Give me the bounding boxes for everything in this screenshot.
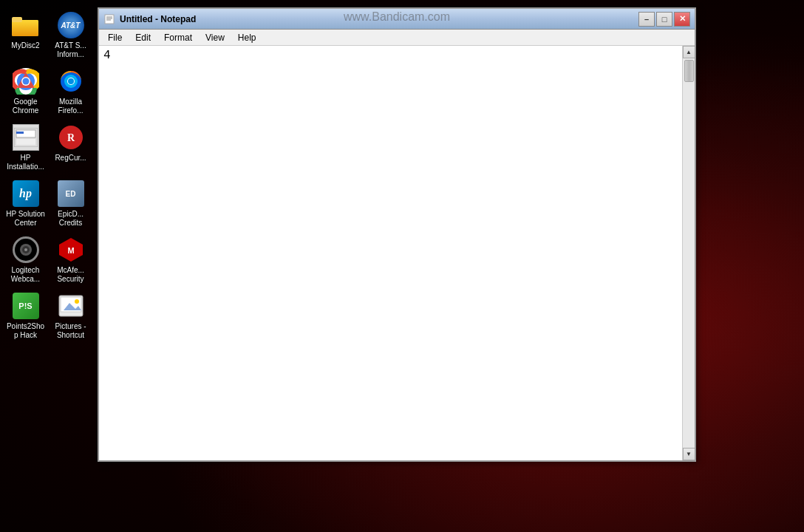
- desktop-icon-points2shop[interactable]: P!S Points2Shop Hack: [4, 288, 47, 343]
- notepad-window: Untitled - Notepad www.Bandicam.com – □ …: [98, 7, 696, 462]
- menu-help[interactable]: Help: [232, 31, 262, 44]
- scroll-down-button[interactable]: ▼: [683, 448, 695, 460]
- svg-rect-1: [12, 20, 38, 36]
- icon-label-att: AT&T S... Inform...: [50, 41, 91, 59]
- pictures-shortcut-icon: [56, 291, 86, 321]
- window-titlebar[interactable]: Untitled - Notepad www.Bandicam.com – □ …: [99, 9, 695, 30]
- menu-file[interactable]: File: [102, 31, 128, 44]
- desktop-icon-chrome[interactable]: Google Chrome: [4, 64, 47, 118]
- svg-rect-13: [16, 132, 24, 134]
- icon-label-mydisc2: MyDisc2: [11, 41, 39, 50]
- svg-text:R: R: [67, 132, 75, 143]
- menu-view[interactable]: View: [200, 31, 231, 44]
- regcure-icon: R: [56, 123, 86, 152]
- points2shop-icon: P!S: [11, 291, 41, 321]
- svg-rect-14: [16, 139, 35, 145]
- icon-label-chrome: Google Chrome: [5, 98, 46, 115]
- close-button[interactable]: ✕: [674, 12, 690, 27]
- logitech-webcam-icon: [11, 235, 41, 265]
- desktop-icon-hpsolution[interactable]: hp HP Solution Center: [4, 176, 47, 231]
- menu-edit[interactable]: Edit: [129, 31, 157, 44]
- desktop: MyDisc2 AT&T AT&T S... Inform...: [0, 0, 804, 532]
- desktop-icon-hpinstall[interactable]: HP Installatio...: [4, 120, 47, 174]
- icon-label-mcafee: McAfe... Security: [50, 266, 91, 284]
- svg-point-6: [22, 78, 29, 85]
- icons-row-6: P!S Points2Shop Hack Pictures - Shortcut: [4, 288, 92, 344]
- desktop-icon-att[interactable]: AT&T AT&T S... Inform...: [49, 7, 92, 62]
- chrome-icon: [11, 66, 41, 96]
- desktop-icon-regcure[interactable]: R RegCur...: [49, 120, 92, 174]
- notepad-text-editor[interactable]: 4: [99, 46, 682, 460]
- desktop-icon-firefox[interactable]: Mozilla Firefo...: [49, 64, 92, 118]
- notepad-content-area: 4 ▲ ▼: [99, 46, 695, 460]
- hpinstall-icon: [11, 123, 41, 152]
- firefox-icon: [56, 66, 86, 96]
- hp-solution-icon: hp: [11, 179, 41, 208]
- icon-label-logitech: Logitech Webca...: [5, 266, 46, 284]
- scroll-track[interactable]: [683, 58, 695, 448]
- svg-point-25: [75, 299, 79, 304]
- window-controls: – □ ✕: [638, 12, 690, 27]
- desktop-icon-mcafee[interactable]: M McAfe... Security: [49, 232, 92, 287]
- desktop-icon-logitech[interactable]: Logitech Webca...: [4, 232, 47, 287]
- mcafee-icon: M: [56, 235, 86, 265]
- icons-row-3: HP Installatio... R RegCur...: [4, 120, 92, 176]
- svg-rect-2: [12, 17, 22, 22]
- scroll-thumb[interactable]: [684, 60, 694, 82]
- icons-row-4: hp HP Solution Center ED EpicD... Credit…: [4, 176, 92, 232]
- folder-icon: [11, 10, 41, 40]
- icon-label-firefox: Mozilla Firefo...: [50, 98, 91, 115]
- svg-rect-26: [105, 15, 114, 24]
- icons-row-5: Logitech Webca... M McAfe... Security: [4, 232, 92, 288]
- desktop-icon-mydisc2[interactable]: MyDisc2: [4, 7, 47, 62]
- menu-format[interactable]: Format: [158, 31, 198, 44]
- icons-row-2: Google Chrome Mozilla Firefo...: [4, 64, 92, 120]
- notepad-app-icon: [103, 13, 115, 25]
- desktop-icon-epicduel[interactable]: ED EpicD... Credits: [49, 176, 92, 231]
- icon-label-hpinstall: HP Installatio...: [5, 154, 46, 171]
- icon-label-epicduel: EpicD... Credits: [50, 210, 91, 228]
- icon-label-hpsolution: HP Solution Center: [5, 210, 46, 228]
- window-title: Untitled - Notepad: [120, 14, 638, 24]
- minimize-button[interactable]: –: [638, 12, 655, 27]
- icon-label-pictures: Pictures - Shortcut: [50, 322, 91, 340]
- icons-row-1: MyDisc2 AT&T AT&T S... Inform...: [4, 7, 92, 64]
- desktop-icon-pictures[interactable]: Pictures - Shortcut: [49, 288, 92, 343]
- icon-label-regcure: RegCur...: [55, 154, 86, 163]
- vertical-scrollbar[interactable]: ▲ ▼: [682, 46, 695, 460]
- svg-point-19: [24, 248, 27, 251]
- scroll-up-button[interactable]: ▲: [683, 46, 695, 58]
- window-menubar: File Edit Format View Help: [99, 30, 695, 46]
- desktop-icons-area: MyDisc2 AT&T AT&T S... Inform...: [0, 0, 96, 532]
- att-service-icon: AT&T: [56, 10, 86, 40]
- maximize-button[interactable]: □: [656, 12, 672, 27]
- icon-label-points2shop: Points2Shop Hack: [5, 322, 46, 340]
- svg-text:M: M: [67, 246, 74, 255]
- epic-duel-icon: ED: [56, 179, 86, 208]
- svg-point-10: [68, 78, 74, 84]
